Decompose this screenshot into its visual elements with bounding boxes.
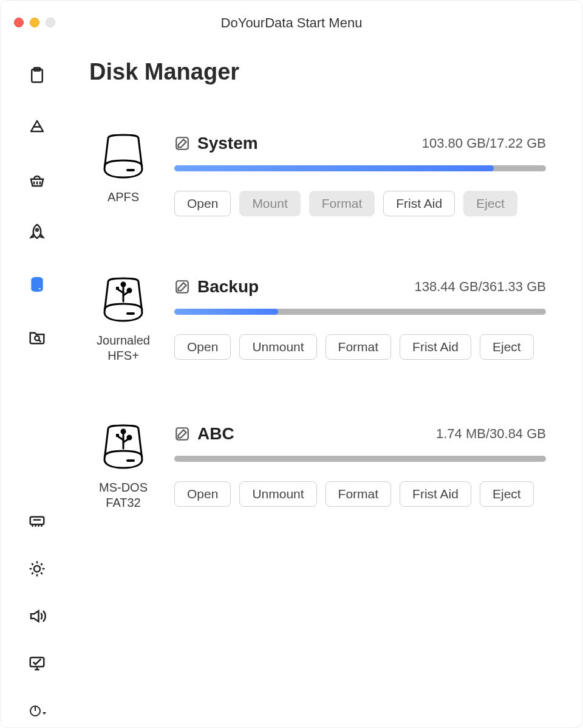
rocket-icon (28, 223, 46, 241)
page-title: Disk Manager (89, 59, 546, 85)
svg-point-37 (128, 289, 131, 292)
disk-summary: MS-DOS FAT32 (89, 424, 157, 510)
disk-size: 1.74 MB/30.84 GB (436, 426, 546, 442)
power-icon (28, 702, 46, 720)
rename-icon[interactable] (174, 279, 190, 295)
disk-filesystem: Journaled HFS+ (89, 333, 157, 363)
disk-details: ABC1.74 MB/30.84 GBOpenUnmountFormatFris… (174, 424, 546, 510)
disk-icon (28, 275, 46, 294)
svg-point-45 (128, 436, 131, 439)
rename-icon[interactable] (174, 136, 190, 151)
usage-bar-fill (174, 309, 278, 315)
unmount-button[interactable]: Unmount (239, 334, 316, 360)
svg-rect-29 (126, 169, 135, 171)
maximize-window-button (46, 18, 55, 27)
format-button[interactable]: Format (326, 481, 392, 507)
mount-button: Mount (239, 191, 300, 216)
disk-filesystem: APFS (89, 190, 157, 205)
disk-name: ABC (197, 424, 234, 444)
main-content: Disk Manager APFSSystem103.80 GB/17.22 G… (73, 35, 582, 727)
sidebar (1, 35, 73, 727)
svg-line-8 (39, 340, 41, 342)
first_aid-button[interactable]: Frist Aid (400, 481, 471, 507)
sidebar-item-clipboard[interactable] (27, 65, 47, 86)
sidebar-item-rocket[interactable] (27, 222, 47, 242)
basket-icon (28, 171, 46, 189)
sun-icon (28, 560, 46, 578)
disk-actions: OpenMountFormatFrist AidEject (174, 191, 546, 216)
sidebar-item-memory[interactable] (27, 511, 47, 532)
disk-actions: OpenUnmountFormatFrist AidEject (174, 481, 546, 507)
sidebar-item-file-search[interactable] (27, 326, 47, 347)
usage-bar (174, 456, 546, 462)
sidebar-item-brightness[interactable] (27, 558, 47, 579)
open-button[interactable]: Open (174, 334, 231, 360)
unmount-button[interactable]: Unmount (239, 481, 316, 507)
disk-list: APFSSystem103.80 GB/17.22 GBOpenMountFor… (89, 134, 546, 510)
sidebar-item-disk[interactable] (27, 274, 47, 295)
folder-search-icon (28, 328, 46, 346)
rename-icon[interactable] (174, 426, 190, 442)
disk-summary: APFS (89, 134, 157, 216)
svg-rect-43 (116, 434, 119, 437)
first_aid-button[interactable]: Frist Aid (383, 191, 455, 216)
memory-icon (28, 512, 46, 531)
disk-details: Backup138.44 GB/361.33 GBOpenUnmountForm… (174, 277, 546, 363)
eject-button[interactable]: Eject (480, 334, 534, 360)
usage-bar (174, 309, 546, 315)
sidebar-item-sound[interactable] (27, 606, 47, 627)
open-button[interactable]: Open (174, 191, 231, 216)
svg-line-23 (41, 563, 43, 565)
disk-size: 138.44 GB/361.33 GB (415, 279, 547, 295)
disk-row: MS-DOS FAT32ABC1.74 MB/30.84 GBOpenUnmou… (89, 424, 546, 510)
clipboard-icon (28, 66, 46, 84)
svg-rect-31 (126, 312, 135, 315)
window-controls (14, 18, 55, 27)
format-button: Format (309, 191, 375, 216)
svg-line-20 (32, 563, 33, 565)
usage-bar (174, 165, 546, 171)
svg-rect-35 (116, 287, 119, 290)
titlebar: DoYourData Start Menu (1, 1, 582, 35)
svg-point-15 (34, 566, 40, 572)
disk-header: ABC1.74 MB/30.84 GB (174, 424, 546, 444)
disk-actions: OpenUnmountFormatFrist AidEject (174, 334, 546, 360)
sidebar-item-cleaner[interactable] (27, 170, 47, 190)
apps-icon (28, 118, 46, 137)
speaker-icon (28, 607, 46, 625)
eject-button: Eject (463, 191, 517, 216)
eject-button[interactable]: Eject (480, 481, 534, 507)
disk-header: Backup138.44 GB/361.33 GB (174, 277, 546, 297)
minimize-window-button[interactable] (30, 18, 39, 27)
drive-icon (96, 134, 151, 181)
close-window-button[interactable] (14, 18, 24, 27)
open-button[interactable]: Open (174, 481, 231, 507)
sidebar-item-power[interactable] (27, 701, 47, 721)
sidebar-item-apps[interactable] (27, 117, 47, 138)
disk-name: System (197, 134, 258, 153)
disk-row: Journaled HFS+Backup138.44 GB/361.33 GBO… (89, 277, 546, 363)
format-button[interactable]: Format (326, 334, 392, 360)
disk-row: APFSSystem103.80 GB/17.22 GBOpenMountFor… (89, 134, 546, 216)
disk-header: System103.80 GB/17.22 GB (174, 134, 546, 153)
disk-details: System103.80 GB/17.22 GBOpenMountFormatF… (174, 134, 546, 216)
disk-filesystem: MS-DOS FAT32 (89, 480, 157, 510)
svg-rect-6 (39, 288, 41, 289)
svg-line-22 (32, 572, 33, 574)
first_aid-button[interactable]: Frist Aid (400, 334, 471, 360)
disk-summary: Journaled HFS+ (89, 277, 157, 363)
drive-icon (96, 277, 151, 325)
svg-point-41 (121, 430, 125, 433)
svg-line-21 (41, 572, 43, 574)
sidebar-item-display[interactable] (27, 653, 47, 674)
monitor-icon (28, 654, 46, 673)
svg-point-5 (36, 228, 38, 231)
window-title: DoYourData Start Menu (1, 15, 582, 31)
svg-rect-39 (126, 459, 135, 462)
disk-size: 103.80 GB/17.22 GB (422, 136, 546, 151)
usage-bar-fill (174, 165, 494, 171)
drive-icon (96, 424, 151, 472)
disk-name: Backup (197, 277, 259, 297)
svg-point-33 (121, 283, 125, 286)
